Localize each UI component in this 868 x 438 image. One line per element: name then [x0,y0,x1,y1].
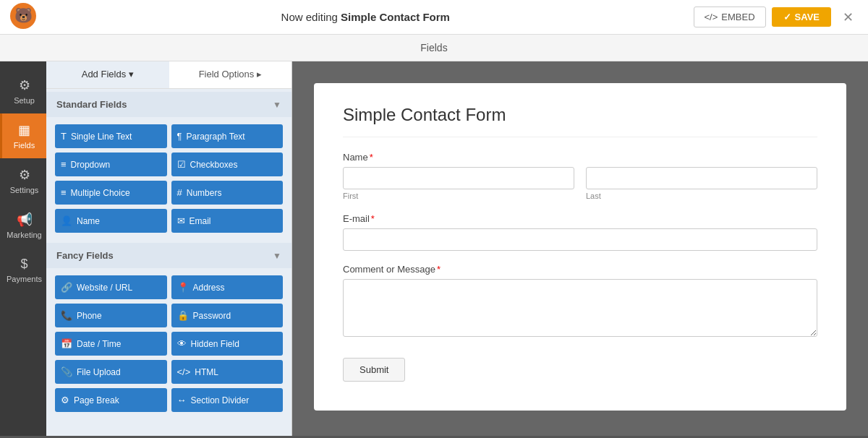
field-btn-multiple-choice[interactable]: ≡ Multiple Choice [55,181,167,205]
field-btn-checkboxes[interactable]: ☑ Checkboxes [171,153,284,176]
field-btn-single-line-text[interactable]: T Single Line Text [55,124,167,148]
embed-button[interactable]: </> EMBED [694,7,766,27]
last-sublabel: Last [586,192,817,200]
embed-icon: </> [705,12,718,22]
chevron-down-icon: ▼ [273,100,281,110]
field-btn-html[interactable]: </> HTML [171,360,284,384]
form-field-email: E-mail* [343,213,817,251]
hidden-field-icon: 👁 [177,338,187,349]
first-sublabel: First [343,192,574,200]
multiple-choice-icon: ≡ [61,187,67,198]
sidebar-nav: ⚙ Setup ▦ Fields ⚙ Settings 📢 Marketing … [0,61,46,436]
payments-icon: $ [20,257,27,272]
password-icon: 🔒 [177,310,189,321]
fancy-fields-header[interactable]: Fancy Fields ▼ [46,243,292,268]
form-field-name: Name* First Last [343,152,817,200]
panel-tabs: Add Fields ▾ Field Options ▸ [46,61,292,89]
submit-button[interactable]: Submit [343,358,405,382]
form-title: Simple Contact Form [343,105,817,137]
form-field-comment: Comment or Message* [343,264,817,339]
comment-textarea[interactable] [343,279,817,337]
sidebar-item-setup[interactable]: ⚙ Setup [0,69,46,113]
date-time-icon: 📅 [61,338,72,349]
field-btn-hidden-field[interactable]: 👁 Hidden Field [171,332,284,356]
tab-field-options[interactable]: Field Options ▸ [169,61,292,88]
form-preview: Simple Contact Form Name* First Last [292,61,868,436]
top-bar-actions: </> EMBED ✓ SAVE ✕ [694,7,859,28]
comment-label: Comment or Message* [343,264,817,275]
sidebar-item-label: Marketing [7,231,41,239]
chevron-down-icon: ▼ [273,251,281,261]
field-btn-file-upload[interactable]: 📎 File Upload [55,360,167,384]
top-bar: 🐻 Now editing Simple Contact Form </> EM… [0,0,868,35]
field-btn-password[interactable]: 🔒 Password [171,304,284,327]
checkboxes-icon: ☑ [177,159,186,170]
checkmark-icon: ✓ [783,12,791,22]
field-btn-date-time[interactable]: 📅 Date / Time [55,332,167,356]
html-icon: </> [177,366,191,377]
name-icon: 👤 [61,215,72,226]
email-icon: ✉ [177,215,185,226]
sidebar-item-fields[interactable]: ▦ Fields [0,113,46,158]
single-line-text-icon: T [61,131,67,142]
marketing-icon: 📢 [17,212,33,228]
name-inputs: First Last [343,167,817,200]
sidebar-item-label: Settings [10,186,39,194]
editor-title: Now editing Simple Contact Form [38,11,694,23]
tab-add-fields[interactable]: Add Fields ▾ [46,61,169,88]
sidebar-item-settings[interactable]: ⚙ Settings [0,158,46,203]
fields-icon: ▦ [18,122,30,138]
name-first-group: First [343,167,574,200]
numbers-icon: # [177,187,182,198]
field-btn-section-divider[interactable]: ↔ Section Divider [171,388,284,412]
page-break-icon: ⚙ [61,395,69,405]
form-card: Simple Contact Form Name* First Last [314,83,846,411]
field-btn-address[interactable]: 📍 Address [171,275,284,299]
phone-icon: 📞 [61,310,72,321]
sidebar-item-label: Setup [14,96,35,105]
website-icon: 🔗 [61,282,72,293]
fields-panel: Add Fields ▾ Field Options ▸ Standard Fi… [46,61,292,436]
field-btn-website-url[interactable]: 🔗 Website / URL [55,275,167,299]
save-button[interactable]: ✓ SAVE [772,7,831,27]
fancy-fields-grid: 🔗 Website / URL 📍 Address 📞 Phone 🔒 Pass… [46,268,292,419]
main-layout: ⚙ Setup ▦ Fields ⚙ Settings 📢 Marketing … [0,61,868,436]
sidebar-item-label: Fields [14,141,35,150]
name-first-input[interactable] [343,167,574,189]
dropdown-icon: ≡ [61,159,67,170]
name-last-input[interactable] [586,167,817,189]
sidebar-item-label: Payments [7,275,42,283]
paragraph-text-icon: ¶ [177,131,182,142]
field-btn-dropdown[interactable]: ≡ Dropdown [55,153,167,176]
field-btn-name[interactable]: 👤 Name [55,209,167,233]
address-icon: 📍 [177,282,189,293]
setup-icon: ⚙ [19,77,30,93]
close-button[interactable]: ✕ [837,7,859,28]
sidebar-item-payments[interactable]: $ Payments [0,248,46,292]
settings-icon: ⚙ [19,167,30,183]
name-label: Name* [343,152,817,163]
field-btn-email[interactable]: ✉ Email [171,209,284,233]
email-input[interactable] [343,228,817,251]
field-btn-numbers[interactable]: # Numbers [171,181,284,205]
file-upload-icon: 📎 [61,366,72,377]
field-btn-page-break[interactable]: ⚙ Page Break [55,388,167,412]
svg-text:🐻: 🐻 [14,7,33,24]
field-btn-paragraph-text[interactable]: ¶ Paragraph Text [171,124,284,148]
name-last-group: Last [586,167,817,200]
sidebar-item-marketing[interactable]: 📢 Marketing [0,203,46,248]
field-btn-phone[interactable]: 📞 Phone [55,304,167,327]
section-divider-icon: ↔ [177,395,187,405]
fields-tab-bar: Fields [0,35,868,61]
standard-fields-grid: T Single Line Text ¶ Paragraph Text ≡ Dr… [46,117,292,240]
email-label: E-mail* [343,213,817,224]
logo: 🐻 [9,1,38,33]
standard-fields-header[interactable]: Standard Fields ▼ [46,92,292,117]
